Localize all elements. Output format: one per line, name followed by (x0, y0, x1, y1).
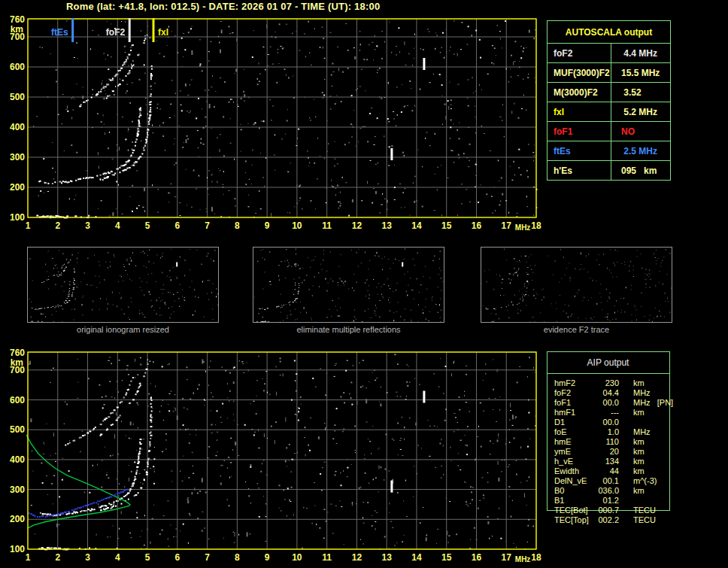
x-tick-label: 7 (205, 552, 210, 563)
panel-eliminate-reflections (253, 247, 444, 323)
x-tick-label: 9 (265, 220, 270, 231)
aip-param-unit (633, 418, 670, 427)
x-tick-label: 14 (411, 552, 422, 563)
aip-table-title: AIP output (547, 357, 669, 368)
autoscala-row-ftEs: ftEs 2.5 MHz (548, 141, 670, 161)
y-top-label: 760 (10, 14, 25, 25)
panel-label-eliminate: eliminate multiple reflections (253, 325, 444, 334)
ionogram-traces (36, 35, 153, 219)
aip-param-name: DelN_vE (554, 476, 593, 486)
aip-row-foE: foE1.0MHz (547, 427, 670, 437)
autoscala-param-label: ftEs (548, 141, 611, 160)
x-tick-label: 12 (352, 552, 362, 563)
x-tick-label: 11 (322, 220, 332, 231)
x-tick-label: 6 (174, 552, 180, 563)
y-tick-label: 200 (10, 182, 25, 193)
aip-param-unit: km (633, 378, 670, 388)
mini-ionogram-f2-evidence (481, 248, 672, 322)
y-tick-label: 700 (10, 32, 25, 42)
x-axis-unit: MHz (515, 223, 531, 232)
aip-param-name: B0 (554, 486, 593, 496)
x-tick-label: 18 (531, 552, 541, 563)
y-tick-label: 600 (10, 62, 25, 72)
panel-label-evidence: evidence F2 trace (481, 325, 672, 334)
x-tick-label: 8 (235, 220, 240, 231)
aip-gap (619, 427, 633, 437)
aip-param-name: hmE (554, 437, 593, 447)
aip-param-value: 01.2 (593, 496, 619, 506)
noise-dots-layer (29, 249, 219, 323)
aip-param-unit: km (633, 457, 670, 466)
y-tick-label: 100 (10, 544, 25, 554)
autoscala-param-value: 5.2 MHz (611, 102, 670, 121)
aip-gap (619, 447, 633, 457)
aip-param-name: TEC[Bot] (554, 506, 593, 515)
noise-dots-layer (254, 249, 443, 323)
noise-dots-layer (29, 354, 536, 550)
y-tick-label: 700 (10, 365, 25, 375)
grid-lines (28, 352, 536, 549)
noise-dots-layer (481, 249, 672, 322)
aip-row-TECBot: TEC[Bot]000.7TECU (547, 506, 670, 515)
aip-param-name: ymE (554, 447, 593, 457)
ionogram-traces (256, 263, 403, 323)
bright-interference-dashes (390, 391, 425, 493)
autoscala-row-MUF3000F2: MUF(3000)F215.5 MHz (548, 63, 670, 83)
autoscala-param-value: NO (611, 122, 670, 141)
x-tick-label: 13 (381, 552, 392, 563)
aip-param-name: D1 (554, 418, 593, 427)
autoscala-row-foF2: foF2 4.4 MHz (548, 44, 670, 63)
x-tick-label: 8 (235, 552, 240, 563)
panel-label-original: original ionogram resized (27, 325, 219, 334)
aip-row-ymE: ymE20km (547, 447, 670, 457)
y-tick-label: 200 (10, 514, 25, 524)
aip-param-value: 000.7 (593, 506, 619, 515)
x-tick-label: 12 (352, 220, 362, 231)
aip-param-unit: km (633, 466, 670, 476)
aip-param-unit: km (633, 486, 670, 496)
noise-dots-layer (29, 20, 538, 218)
aip-gap (619, 418, 633, 427)
autoscala-param-value: 095 km (611, 161, 670, 180)
aip-param-value: 04.4 (593, 388, 619, 398)
aip-param-value: 20 (593, 447, 619, 457)
autoscala-row-hEs: h'Es095 km (548, 161, 670, 180)
ionogram-bottom-chart: 123456789101112131415161718MHz760km70060… (0, 340, 557, 568)
aip-row-DelNvE: DelN_vE00.1m^(-3) (547, 476, 670, 486)
x-tick-label: 4 (115, 220, 120, 231)
x-tick-label: 1 (26, 220, 31, 231)
marker-label-foF2: foF2 (106, 27, 126, 38)
y-tick-label: 600 (10, 395, 25, 405)
x-tick-label: 14 (411, 220, 422, 231)
aip-gap (619, 476, 633, 486)
aip-header-divider (547, 373, 670, 374)
aip-row-Ewidth: Ewidth44km (547, 466, 670, 476)
mini-ionogram-filtered (253, 248, 444, 322)
aip-row-B1: B101.2 (547, 496, 670, 506)
x-tick-label: 4 (115, 552, 120, 563)
aip-row-B0: B0036.0km (547, 486, 670, 496)
x-axis-unit: MHz (515, 555, 531, 563)
frequency-markers: ftEsfoF2fxI (51, 18, 168, 42)
autoscala-param-label: foF2 (548, 44, 611, 62)
panel-evidence-f2 (481, 247, 672, 323)
x-tick-label: 17 (502, 552, 512, 563)
aip-param-unit: m^(-3) (633, 476, 670, 486)
x-tick-label: 2 (55, 220, 60, 231)
y-tick-label: 300 (10, 152, 25, 163)
aip-param-unit: TECU (633, 515, 670, 525)
x-tick-label: 1 (26, 552, 31, 563)
autoscala-row-M3000F2: M(3000)F2 3.52 (548, 83, 670, 102)
aip-gap (619, 437, 633, 447)
station-date-time-title: Rome (lat: +41.8, lon: 012.5) - DATE: 20… (66, 1, 380, 12)
autoscala-param-value: 4.4 MHz (611, 44, 670, 62)
bright-interference-dashes (390, 58, 425, 160)
aip-param-name: foF1 (554, 398, 593, 408)
aip-row-hvE: h_vE134km (547, 457, 670, 466)
autoscala-param-value: 3.52 (611, 83, 670, 102)
aip-param-name: B1 (554, 496, 593, 506)
aip-param-unit: TECU (633, 506, 670, 515)
y-tick-label: 500 (10, 424, 25, 435)
x-tick-label: 18 (531, 220, 541, 231)
autoscala-param-value: 2.5 MHz (611, 141, 670, 160)
